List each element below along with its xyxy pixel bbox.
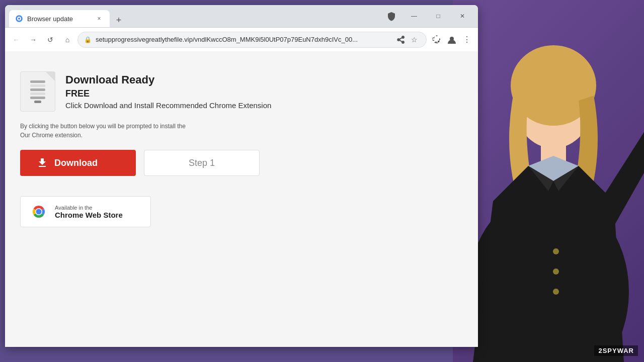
svg-point-6 <box>36 209 42 215</box>
reload-button[interactable]: ↺ <box>43 33 57 47</box>
chrome-logo-icon <box>29 202 49 222</box>
step1-button[interactable]: Step 1 <box>144 150 260 176</box>
zip-line-1 <box>30 80 45 83</box>
back-button[interactable]: ← <box>9 33 23 47</box>
click-instruction: Click Download and Install Recommended C… <box>65 101 271 110</box>
download-card: Download Ready FREE Click Download and I… <box>5 51 478 242</box>
file-icon <box>20 71 55 112</box>
svg-point-2 <box>18 18 20 20</box>
tab-favicon-icon <box>15 15 23 23</box>
title-bar: Browser update × + — □ ✕ <box>5 5 478 27</box>
watermark: 2SPYWAR <box>594 345 638 356</box>
chrome-store-badge[interactable]: Available in the Chrome Web Store <box>20 196 151 227</box>
browser-tab[interactable]: Browser update × <box>9 10 110 27</box>
download-button[interactable]: Download <box>20 150 136 176</box>
close-button[interactable]: ✕ <box>451 8 474 24</box>
toolbar-icons: ⋮ <box>430 33 474 47</box>
page-content: Download Ready FREE Click Download and I… <box>5 51 478 347</box>
shield-security-icon <box>384 9 398 23</box>
zip-line-5 <box>30 97 45 99</box>
tab-area: Browser update × + <box>9 5 382 27</box>
chrome-web-store-label: Chrome Web Store <box>55 211 123 219</box>
zip-icon <box>30 80 45 103</box>
tab-close-button[interactable]: × <box>95 14 104 23</box>
free-label: FREE <box>65 88 271 99</box>
svg-point-13 <box>553 268 559 275</box>
extensions-icon[interactable] <box>430 33 444 47</box>
file-icon-fold <box>46 72 55 81</box>
bookmark-icon[interactable]: ☆ <box>408 34 420 46</box>
file-info: Download Ready FREE Click Download and I… <box>20 71 463 112</box>
window-controls: — □ ✕ <box>403 8 474 24</box>
share-icon[interactable] <box>395 34 407 46</box>
minimize-button[interactable]: — <box>403 8 426 24</box>
lock-icon: 🔒 <box>84 36 92 43</box>
maximize-button[interactable]: □ <box>427 8 450 24</box>
buttons-row: Download Step 1 <box>20 150 463 176</box>
url-text: setupprogressivegreatlythefile.vip/vndlK… <box>96 36 391 43</box>
person-area <box>453 0 644 362</box>
zip-line-2 <box>30 84 45 87</box>
address-actions: ☆ <box>395 34 420 46</box>
profile-icon[interactable] <box>445 33 459 47</box>
home-button[interactable]: ⌂ <box>60 33 74 47</box>
address-bar[interactable]: 🔒 setupprogressivegreatlythefile.vip/vnd… <box>77 32 427 48</box>
menu-icon[interactable]: ⋮ <box>460 33 474 47</box>
tab-title: Browser update <box>27 15 91 23</box>
new-tab-button[interactable]: + <box>112 13 126 27</box>
chrome-store-text: Available in the Chrome Web Store <box>55 205 123 219</box>
zip-line-pull <box>34 101 41 103</box>
toolbar: ← → ↺ ⌂ 🔒 setupprogressivegreatlythefile… <box>5 27 478 51</box>
zip-line-4 <box>30 93 45 95</box>
svg-point-12 <box>553 248 559 254</box>
disclaimer-text: By clicking the button below you will be… <box>20 122 463 140</box>
available-in-label: Available in the <box>55 205 123 211</box>
browser-window: Browser update × + — □ ✕ <box>5 5 478 347</box>
download-arrow-icon <box>36 157 48 169</box>
download-ready-label: Download Ready <box>65 73 271 86</box>
zip-line-3 <box>30 88 45 91</box>
file-details: Download Ready FREE Click Download and I… <box>65 71 271 110</box>
forward-button[interactable]: → <box>26 33 40 47</box>
svg-point-14 <box>553 289 559 295</box>
person-figure <box>453 0 644 362</box>
